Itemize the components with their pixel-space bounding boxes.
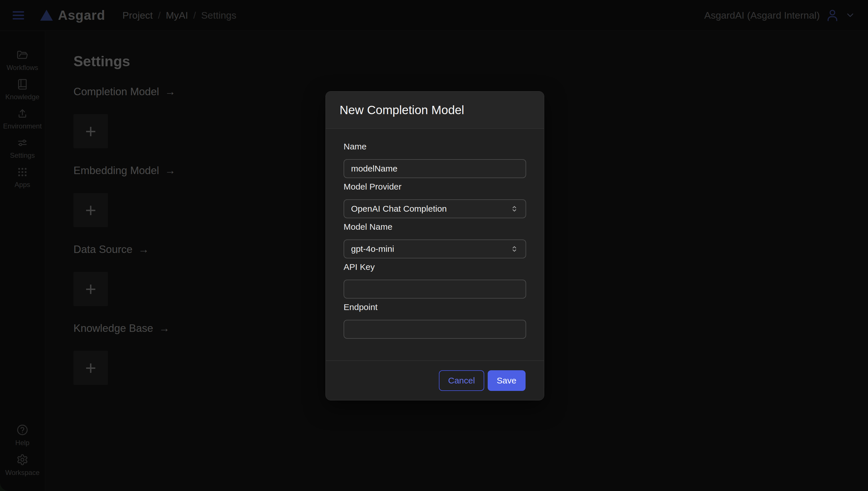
chevrons-up-down-icon xyxy=(510,204,519,213)
model-name-field-label: Model Name xyxy=(344,222,526,232)
save-button[interactable]: Save xyxy=(488,370,525,391)
endpoint-field-label: Endpoint xyxy=(344,302,526,312)
api-key-field-label: API Key xyxy=(344,262,526,272)
model-provider-select[interactable]: OpenAI Chat Completion xyxy=(344,199,526,218)
dialog-title: New Completion Model xyxy=(340,103,464,117)
api-key-input[interactable] xyxy=(344,280,526,298)
chevrons-up-down-icon xyxy=(510,244,519,253)
model-name-selected-value: gpt-4o-mini xyxy=(351,244,394,254)
name-field-label: Name xyxy=(344,141,526,152)
name-input[interactable] xyxy=(344,159,526,178)
dialog-body: Name Model Provider OpenAI Chat Completi… xyxy=(326,129,544,360)
model-name-select[interactable]: gpt-4o-mini xyxy=(344,239,526,258)
model-provider-selected-value: OpenAI Chat Completion xyxy=(351,204,447,214)
model-provider-field-label: Model Provider xyxy=(344,181,526,192)
dialog-footer: Cancel Save xyxy=(326,360,544,400)
app-shell: Asgard Project / MyAI / Settings AsgardA… xyxy=(0,0,868,491)
cancel-button[interactable]: Cancel xyxy=(439,370,484,391)
endpoint-input[interactable] xyxy=(344,320,526,339)
dialog-header: New Completion Model xyxy=(326,91,544,129)
new-completion-model-dialog: New Completion Model Name Model Provider… xyxy=(325,91,544,400)
